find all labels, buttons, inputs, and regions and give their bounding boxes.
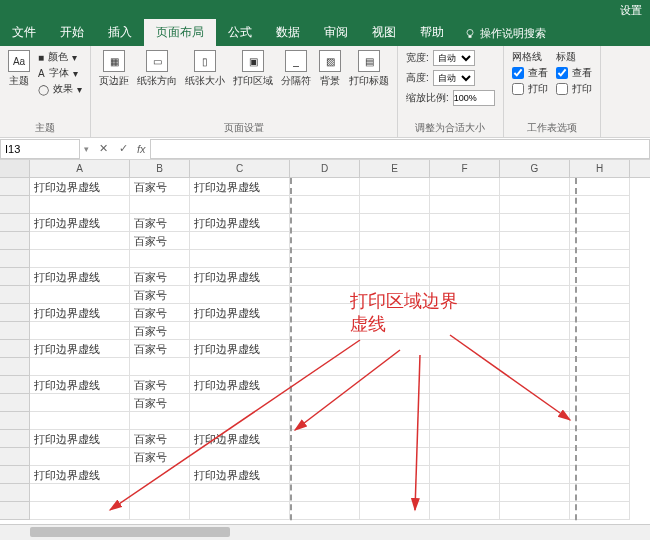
cell[interactable] bbox=[290, 250, 360, 268]
cell[interactable] bbox=[430, 394, 500, 412]
cell[interactable] bbox=[430, 268, 500, 286]
col-header-G[interactable]: G bbox=[500, 160, 570, 177]
tab-formulas[interactable]: 公式 bbox=[216, 19, 264, 46]
row-header[interactable] bbox=[0, 412, 30, 430]
col-header-A[interactable]: A bbox=[30, 160, 130, 177]
col-header-C[interactable]: C bbox=[190, 160, 290, 177]
cell[interactable] bbox=[500, 430, 570, 448]
print-area-button[interactable]: ▣打印区域 bbox=[233, 50, 273, 88]
cell[interactable] bbox=[360, 232, 430, 250]
cell[interactable]: 打印边界虚线 bbox=[30, 376, 130, 394]
cell[interactable] bbox=[570, 196, 630, 214]
headings-view-checkbox[interactable]: 查看 bbox=[556, 66, 592, 80]
cell[interactable] bbox=[430, 502, 500, 520]
cell[interactable] bbox=[130, 484, 190, 502]
cell[interactable] bbox=[500, 448, 570, 466]
row-header[interactable] bbox=[0, 430, 30, 448]
cell[interactable] bbox=[290, 178, 360, 196]
row-header[interactable] bbox=[0, 214, 30, 232]
row-header[interactable] bbox=[0, 232, 30, 250]
cell[interactable] bbox=[570, 430, 630, 448]
cell[interactable] bbox=[190, 322, 290, 340]
col-header-D[interactable]: D bbox=[290, 160, 360, 177]
name-box-dropdown-icon[interactable]: ▾ bbox=[80, 144, 93, 154]
cell[interactable] bbox=[290, 268, 360, 286]
row-header[interactable] bbox=[0, 376, 30, 394]
cell[interactable] bbox=[360, 340, 430, 358]
cell[interactable]: 打印边界虚线 bbox=[30, 466, 130, 484]
settings-label[interactable]: 设置 bbox=[620, 3, 642, 18]
cell[interactable] bbox=[360, 466, 430, 484]
cell[interactable] bbox=[290, 502, 360, 520]
colors-button[interactable]: ■ 颜色 ▾ bbox=[38, 50, 82, 64]
cell[interactable] bbox=[290, 286, 360, 304]
worksheet-grid[interactable]: A B C D E F G H 打印边界虚线百家号打印边界虚线打印边界虚线百家号… bbox=[0, 160, 650, 540]
row-header[interactable] bbox=[0, 340, 30, 358]
cell[interactable] bbox=[290, 466, 360, 484]
cell[interactable] bbox=[290, 394, 360, 412]
horizontal-scrollbar[interactable] bbox=[0, 524, 650, 540]
cell[interactable] bbox=[360, 178, 430, 196]
print-titles-button[interactable]: ▤打印标题 bbox=[349, 50, 389, 88]
cell[interactable] bbox=[360, 376, 430, 394]
row-header[interactable] bbox=[0, 250, 30, 268]
cell[interactable] bbox=[30, 250, 130, 268]
tab-review[interactable]: 审阅 bbox=[312, 19, 360, 46]
row-header[interactable] bbox=[0, 502, 30, 520]
cell[interactable]: 打印边界虚线 bbox=[190, 430, 290, 448]
cell[interactable] bbox=[570, 322, 630, 340]
background-button[interactable]: ▨背景 bbox=[319, 50, 341, 88]
cell[interactable] bbox=[30, 322, 130, 340]
cell[interactable] bbox=[190, 502, 290, 520]
cell[interactable] bbox=[290, 448, 360, 466]
row-header[interactable] bbox=[0, 484, 30, 502]
cell[interactable] bbox=[290, 484, 360, 502]
cell[interactable] bbox=[570, 466, 630, 484]
themes-button[interactable]: Aa 主题 bbox=[8, 50, 30, 88]
cell[interactable]: 打印边界虚线 bbox=[30, 304, 130, 322]
row-header[interactable] bbox=[0, 394, 30, 412]
select-all-corner[interactable] bbox=[0, 160, 30, 177]
cell[interactable] bbox=[500, 304, 570, 322]
cell[interactable] bbox=[30, 394, 130, 412]
tab-view[interactable]: 视图 bbox=[360, 19, 408, 46]
col-header-H[interactable]: H bbox=[570, 160, 630, 177]
col-header-E[interactable]: E bbox=[360, 160, 430, 177]
cell[interactable] bbox=[130, 502, 190, 520]
row-header[interactable] bbox=[0, 178, 30, 196]
cell[interactable] bbox=[500, 484, 570, 502]
cell[interactable] bbox=[500, 502, 570, 520]
cell[interactable] bbox=[30, 502, 130, 520]
cell[interactable] bbox=[500, 178, 570, 196]
cell[interactable] bbox=[500, 214, 570, 232]
cell[interactable] bbox=[360, 448, 430, 466]
formula-bar[interactable] bbox=[150, 139, 650, 159]
row-header[interactable] bbox=[0, 448, 30, 466]
cell[interactable]: 打印边界虚线 bbox=[190, 178, 290, 196]
cell[interactable] bbox=[500, 268, 570, 286]
cell[interactable]: 打印边界虚线 bbox=[190, 466, 290, 484]
cell[interactable] bbox=[30, 412, 130, 430]
cell[interactable] bbox=[190, 250, 290, 268]
col-header-F[interactable]: F bbox=[430, 160, 500, 177]
cell[interactable] bbox=[430, 322, 500, 340]
cell[interactable] bbox=[500, 466, 570, 484]
cell[interactable]: 打印边界虚线 bbox=[190, 340, 290, 358]
cell[interactable] bbox=[360, 250, 430, 268]
cell[interactable] bbox=[360, 502, 430, 520]
cell[interactable] bbox=[500, 412, 570, 430]
cell[interactable]: 百家号 bbox=[130, 304, 190, 322]
cell[interactable] bbox=[30, 448, 130, 466]
cell[interactable] bbox=[290, 412, 360, 430]
cell[interactable] bbox=[500, 196, 570, 214]
cell[interactable] bbox=[570, 250, 630, 268]
cell[interactable] bbox=[190, 394, 290, 412]
orientation-button[interactable]: ▭纸张方向 bbox=[137, 50, 177, 88]
cell[interactable] bbox=[570, 502, 630, 520]
cell[interactable] bbox=[360, 484, 430, 502]
cell[interactable] bbox=[30, 484, 130, 502]
cell[interactable]: 打印边界虚线 bbox=[190, 376, 290, 394]
cell[interactable] bbox=[500, 376, 570, 394]
cell[interactable] bbox=[190, 286, 290, 304]
cell[interactable]: 百家号 bbox=[130, 430, 190, 448]
